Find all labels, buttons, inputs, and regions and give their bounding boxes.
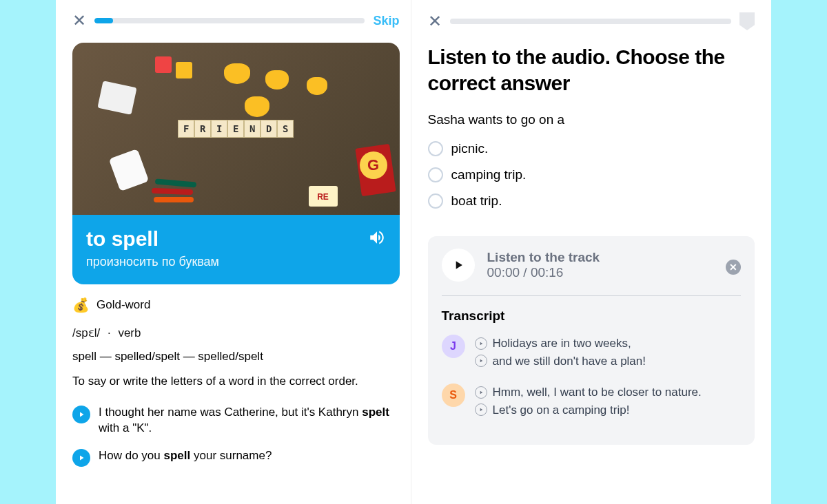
audio-box: Listen to the track 00:00 / 00:16 ✕ Tran… <box>428 236 755 445</box>
transcript-text: Holidays are in two weeks, <box>493 335 631 353</box>
shield-logo-icon <box>739 12 755 30</box>
track-info: Listen to the track 00:00 / 00:16 <box>487 250 600 280</box>
phonetic-row: /spɛl/ · verb <box>72 326 400 340</box>
question-prompt: Sasha wants to go on a <box>428 112 755 127</box>
scrabble-tile: F <box>178 120 194 138</box>
example-text: I thought her name was Catherine, but it… <box>99 404 400 437</box>
scrabble-tiles: FRIENDS <box>178 120 294 138</box>
phonetic-text: /spɛl/ <box>72 326 100 339</box>
option-label: camping trip. <box>451 167 527 182</box>
scrabble-tile: D <box>261 120 277 138</box>
card-translation: произносить по буквам <box>86 255 386 269</box>
transcript-heading: Transcript <box>442 308 742 324</box>
avatar: J <box>442 335 465 358</box>
definition-text: To say or write the letters of a word in… <box>72 373 400 390</box>
gold-word-row: 💰 Gold-word <box>72 297 400 313</box>
transcript-row: J Holidays are in two weeks, and we stil… <box>442 335 742 370</box>
speaker-icon[interactable] <box>368 229 386 246</box>
transcript-line: Hmm, well, I want to be closer to nature… <box>475 384 742 401</box>
scrabble-tile: I <box>211 120 227 138</box>
example-text: How do you spell your surname? <box>99 448 272 464</box>
answer-option[interactable]: picnic. <box>428 141 755 156</box>
scrabble-tile: R <box>194 120 211 138</box>
option-label: picnic. <box>451 141 489 156</box>
dismiss-icon[interactable]: ✕ <box>726 260 741 275</box>
radio-icon[interactable] <box>428 141 443 156</box>
money-bag-icon: 💰 <box>72 297 90 313</box>
skip-button[interactable]: Skip <box>373 14 399 28</box>
answer-option[interactable]: camping trip. <box>428 167 755 182</box>
example-sentence: I thought her name was Catherine, but it… <box>72 404 400 437</box>
word-card: G RE FRIENDS to spell произносить по бук… <box>72 43 400 284</box>
play-button[interactable] <box>442 249 475 282</box>
transcript-line: Holidays are in two weeks, <box>475 335 742 353</box>
question-title: Listen to the audio. Choose the correct … <box>428 44 755 96</box>
separator-dot: · <box>108 326 111 339</box>
card-image: G RE FRIENDS <box>72 43 400 215</box>
audio-player: Listen to the track 00:00 / 00:16 ✕ <box>442 249 742 296</box>
scrabble-tile: N <box>244 120 261 138</box>
close-icon[interactable]: ✕ <box>72 12 86 29</box>
play-icon[interactable] <box>72 406 90 423</box>
vocabulary-pane: ✕ Skip G RE FRIENDS to spell произносить… <box>56 0 411 504</box>
track-title: Listen to the track <box>487 250 600 265</box>
avatar: S <box>442 384 465 407</box>
progress-bar <box>450 19 732 24</box>
card-body: to spell произносить по буквам <box>72 215 400 284</box>
transcript-lines: Hmm, well, I want to be closer to nature… <box>475 384 742 419</box>
transcript-text: Let's go on a camping trip! <box>493 401 630 419</box>
radio-icon[interactable] <box>428 193 443 209</box>
example-sentence: How do you spell your surname? <box>72 448 400 467</box>
close-icon[interactable]: ✕ <box>428 13 442 30</box>
transcript-text: Hmm, well, I want to be closer to nature… <box>493 384 702 401</box>
part-of-speech: verb <box>118 326 141 339</box>
right-topbar: ✕ <box>428 12 755 30</box>
transcript-line: Let's go on a camping trip! <box>475 401 742 419</box>
transcript-text: and we still don't have a plan! <box>493 353 646 370</box>
option-label: boat trip. <box>451 193 502 209</box>
scrabble-tile: S <box>277 120 294 138</box>
play-icon[interactable] <box>475 386 487 399</box>
radio-icon[interactable] <box>428 167 443 182</box>
play-icon[interactable] <box>475 337 487 350</box>
transcript-line: and we still don't have a plan! <box>475 353 742 370</box>
transcript-row: S Hmm, well, I want to be closer to natu… <box>442 384 742 419</box>
progress-bar <box>94 18 365 23</box>
progress-fill <box>94 18 113 23</box>
play-icon[interactable] <box>475 355 487 367</box>
transcript-lines: Holidays are in two weeks, and we still … <box>475 335 742 370</box>
listening-pane: ✕ Listen to the audio. Choose the correc… <box>411 0 772 504</box>
scrabble-tile: E <box>227 120 244 138</box>
answer-option[interactable]: boat trip. <box>428 193 755 209</box>
play-icon[interactable] <box>72 449 90 467</box>
track-time: 00:00 / 00:16 <box>487 265 600 280</box>
card-word: to spell <box>86 227 386 251</box>
play-icon[interactable] <box>475 403 487 416</box>
word-forms: spell — spelled/spelt — spelled/spelt <box>72 350 400 364</box>
left-topbar: ✕ Skip <box>72 12 400 29</box>
gold-word-label: Gold-word <box>96 298 150 312</box>
